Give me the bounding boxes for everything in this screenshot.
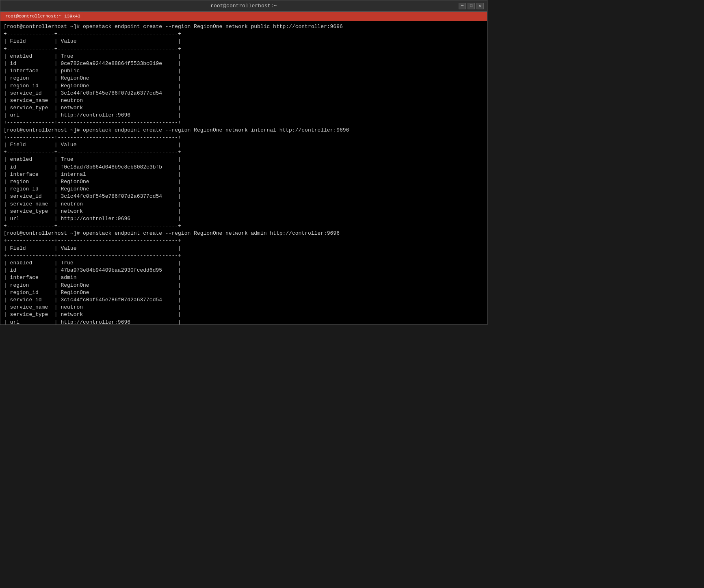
table-header: | Field | Value | <box>4 245 484 252</box>
terminal-window: root@controllerhost:~ ─ □ ✕ root@control… <box>0 0 487 325</box>
table-row: | service_type | network | <box>4 208 484 215</box>
table-separator: +---------------+-----------------------… <box>4 45 484 53</box>
table-row: | service_id | 3c1c44fc0bf545e786f07d2a6… <box>4 296 484 304</box>
table-separator: +---------------+-----------------------… <box>4 237 484 244</box>
table-row: | enabled | True | <box>4 259 484 267</box>
table-separator: +---------------+-----------------------… <box>4 149 484 156</box>
table-row: | url | http://controller:9696 | <box>4 215 484 223</box>
table-row: | region_id | RegionOne | <box>4 289 484 296</box>
tab-bar: root@controllerhost:~ 139x43 <box>0 12 487 21</box>
command-line: [root@controllerhost ~]# openstack endpo… <box>4 23 484 30</box>
table-row: | enabled | True | <box>4 156 484 163</box>
title-bar: root@controllerhost:~ ─ □ ✕ <box>0 0 487 12</box>
window-title: root@controllerhost:~ <box>210 3 277 9</box>
table-row: | region | RegionOne | <box>4 282 484 289</box>
table-row: | interface | admin | <box>4 274 484 281</box>
table-separator: +---------------+-----------------------… <box>4 252 484 259</box>
maximize-button[interactable]: □ <box>468 3 475 9</box>
tab-item[interactable]: root@controllerhost:~ 139x43 <box>2 13 84 19</box>
table-row: | interface | public | <box>4 67 484 75</box>
table-row: | service_id | 3c1c44fc0bf545e786f07d2a6… <box>4 193 484 200</box>
table-row: | id | 47ba973e84b94409baa2930fcedd6d95 … <box>4 267 484 274</box>
terminal-body[interactable]: [root@controllerhost ~]# openstack endpo… <box>0 21 487 324</box>
table-row: | service_type | network | <box>4 104 484 112</box>
command-line: [root@controllerhost ~]# openstack endpo… <box>4 127 484 134</box>
table-row: | service_type | network | <box>4 311 484 318</box>
table-row: | interface | internal | <box>4 171 484 178</box>
table-row: | service_id | 3c1c44fc0bf545e786f07d2a6… <box>4 90 484 97</box>
close-button[interactable]: ✕ <box>477 3 484 9</box>
table-row: | id | 0ce782ce0a92442e88864f5533bc019e … <box>4 60 484 67</box>
table-header: | Field | Value | <box>4 141 484 149</box>
table-separator: +---------------+-----------------------… <box>4 223 484 230</box>
minimize-button[interactable]: ─ <box>459 3 466 9</box>
command-line: [root@controllerhost ~]# openstack endpo… <box>4 230 484 237</box>
table-row: | url | http://controller:9696 | <box>4 112 484 119</box>
table-header: | Field | Value | <box>4 38 484 45</box>
table-row: | region_id | RegionOne | <box>4 186 484 193</box>
table-row: | enabled | True | <box>4 53 484 60</box>
table-row: | id | f0e18ad78b664d048b9c8eb8082c3bfb … <box>4 164 484 171</box>
table-row: | region_id | RegionOne | <box>4 82 484 90</box>
table-separator: +---------------+-----------------------… <box>4 134 484 141</box>
table-row: | url | http://controller:9696 | <box>4 319 484 325</box>
table-row: | service_name | neutron | <box>4 201 484 208</box>
window-controls: ─ □ ✕ <box>459 3 484 9</box>
table-row: | region | RegionOne | <box>4 178 484 186</box>
table-separator: +---------------+-----------------------… <box>4 30 484 38</box>
table-row: | service_name | neutron | <box>4 97 484 104</box>
table-separator: +---------------+-----------------------… <box>4 119 484 126</box>
table-row: | service_name | neutron | <box>4 304 484 311</box>
table-row: | region | RegionOne | <box>4 75 484 82</box>
